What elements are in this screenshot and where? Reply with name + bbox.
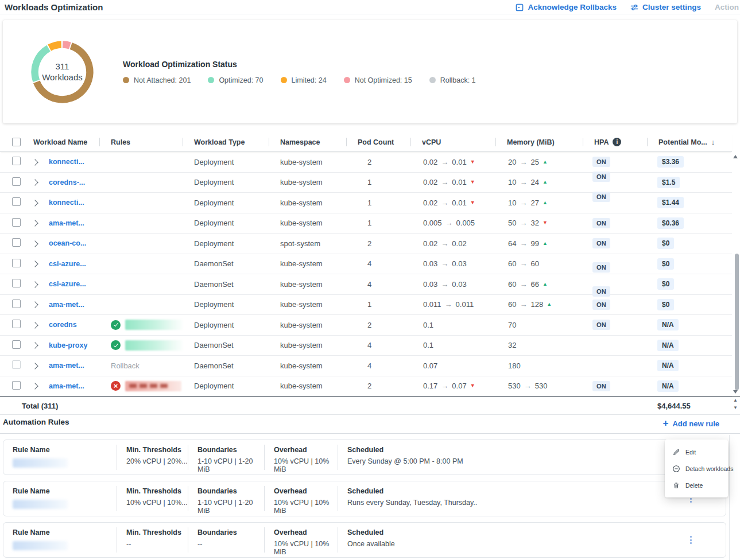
acknowledge-rollbacks-label: Acknowledge Rollbacks (528, 3, 617, 11)
arrow-right-icon: → (445, 300, 452, 309)
menu-item-delete[interactable]: Delete (665, 477, 728, 493)
row-checkbox[interactable] (12, 300, 21, 308)
hpa-info-icon[interactable]: i (613, 138, 621, 146)
workload-type-cell: Deployment (183, 178, 269, 186)
expand-row-icon[interactable] (32, 302, 38, 308)
trend-down-icon: ▼ (470, 160, 475, 165)
expand-cell (22, 199, 41, 207)
row-checkbox[interactable] (12, 360, 21, 369)
sliders-icon (630, 3, 638, 11)
workload-name-link[interactable]: csi-azure... (41, 280, 99, 288)
workload-name-link[interactable]: ama-met... (41, 301, 99, 309)
acknowledge-rollbacks-button[interactable]: Acknowledge Rollbacks (516, 3, 617, 11)
table-scroll-down-icon[interactable] (733, 390, 738, 394)
donut-center-label: 311 Workloads (29, 39, 95, 105)
scheduled-value: Once available (347, 540, 726, 548)
rule-success-icon (111, 340, 121, 350)
table-scroll-up-icon[interactable] (733, 155, 738, 158)
add-new-rule-button[interactable]: + Add new rule (662, 419, 719, 428)
vcpu-cell: 0.03→0.03 (410, 259, 495, 268)
rule-name-redacted (13, 458, 68, 468)
overhead-label: Overhead (274, 528, 338, 536)
actions-button[interactable]: Action (715, 3, 739, 11)
expand-row-icon[interactable] (32, 363, 38, 369)
expand-row-icon[interactable] (32, 281, 38, 287)
row-checkbox[interactable] (12, 259, 21, 267)
row-checkbox[interactable] (12, 381, 21, 390)
row-checkbox[interactable] (12, 157, 21, 165)
col-workload-name[interactable]: Workload Name (22, 133, 99, 151)
workload-type-cell: Deployment (183, 239, 269, 248)
table-row: ama-met...RollbackDaemonSetkube-system40… (0, 356, 732, 376)
potential-badge: $0.36 (657, 217, 684, 229)
col-memory[interactable]: Memory (MiB) (495, 133, 583, 151)
cluster-settings-button[interactable]: Cluster settings (630, 3, 701, 11)
col-hpa[interactable]: HPAi (583, 133, 647, 151)
namespace-cell: kube-system (269, 361, 346, 370)
menu-item-edit[interactable]: Edit (665, 444, 728, 460)
col-namespace[interactable]: Namespace (269, 133, 346, 151)
automation-rules-title: Automation Rules (3, 418, 69, 426)
checkbox-cell (0, 360, 22, 371)
row-checkbox[interactable] (12, 320, 21, 328)
workload-name-link[interactable]: ama-met... (41, 382, 99, 390)
expand-row-icon[interactable] (32, 240, 38, 247)
col-pod-count[interactable]: Pod Count (346, 133, 410, 151)
workload-name-link[interactable]: kube-proxy (41, 341, 99, 349)
workload-name-link[interactable]: konnecti... (41, 158, 99, 166)
legend-dot-limited (281, 77, 287, 83)
row-checkbox[interactable] (12, 279, 21, 287)
col-rules[interactable]: Rules (99, 133, 183, 151)
workload-name-link[interactable]: ama-met... (41, 361, 99, 370)
hpa-on-badge: ON (592, 157, 610, 167)
memory-cell: 60→66▲ (495, 280, 583, 289)
row-checkbox[interactable] (12, 238, 21, 247)
expand-row-icon[interactable] (32, 383, 38, 390)
boundaries-label: Boundaries (197, 446, 264, 454)
namespace-cell: spot-system (269, 239, 346, 248)
namespace-cell: kube-system (269, 280, 346, 289)
workload-name-link[interactable]: coredns (41, 321, 99, 329)
expand-cell (22, 382, 41, 390)
expand-cell (22, 259, 41, 268)
vcpu-cell: 0.011→0.011 (410, 300, 495, 309)
workload-name-link[interactable]: coredns-... (41, 178, 99, 186)
legend-item: Rollback: 1 (429, 76, 476, 84)
expand-row-icon[interactable] (32, 343, 38, 349)
table-row: konnecti...Deploymentkube-system10.02→0.… (0, 193, 732, 213)
arrow-right-icon: → (520, 259, 527, 268)
boundaries-value: -- (197, 540, 264, 548)
col-vcpu[interactable]: vCPU (410, 133, 495, 151)
rule-card: Rule NameMin. Thresholds10% vCPU | 10%..… (3, 481, 726, 516)
workload-name-link[interactable]: konnecti... (41, 199, 99, 207)
mini-scroll-down-icon[interactable]: ▼ (733, 406, 738, 410)
sort-desc-icon[interactable]: ↓ (711, 138, 715, 146)
expand-row-icon[interactable] (32, 261, 38, 267)
potential-cell: $1.44 (647, 197, 732, 208)
expand-row-icon[interactable] (32, 180, 38, 186)
col-workload-type[interactable]: Workload Type (183, 133, 269, 151)
mini-scroll-up-icon[interactable]: ▲ (733, 398, 738, 403)
row-checkbox[interactable] (12, 177, 21, 186)
table-row: csi-azure...DaemonSetkube-system40.03→0.… (0, 254, 732, 275)
table-scrollbar-thumb[interactable] (735, 254, 739, 390)
expand-row-icon[interactable] (32, 200, 38, 206)
namespace-cell: kube-system (269, 199, 346, 207)
trend-down-icon: ▼ (470, 180, 475, 185)
expand-row-icon[interactable] (32, 220, 38, 227)
expand-row-icon[interactable] (32, 322, 38, 328)
potential-cell: $0 (647, 238, 732, 249)
rule-menu-kebab-icon[interactable] (688, 534, 693, 546)
col-potential[interactable]: Potential Mo...↓ (647, 133, 732, 151)
select-all-checkbox[interactable] (12, 138, 21, 146)
row-checkbox[interactable] (12, 197, 21, 206)
row-checkbox[interactable] (12, 218, 21, 227)
workload-name-link[interactable]: csi-azure... (41, 260, 99, 268)
rule-card: Rule NameMin. Thresholds20% vCPU | 20%..… (3, 440, 726, 475)
workload-name-link[interactable]: ama-met... (41, 219, 99, 227)
expand-row-icon[interactable] (32, 159, 38, 165)
menu-item-detach-workloads[interactable]: Detach workloads (665, 460, 728, 477)
namespace-cell: kube-system (269, 300, 346, 309)
workload-name-link[interactable]: ocean-co... (41, 239, 99, 247)
row-checkbox[interactable] (12, 340, 21, 349)
